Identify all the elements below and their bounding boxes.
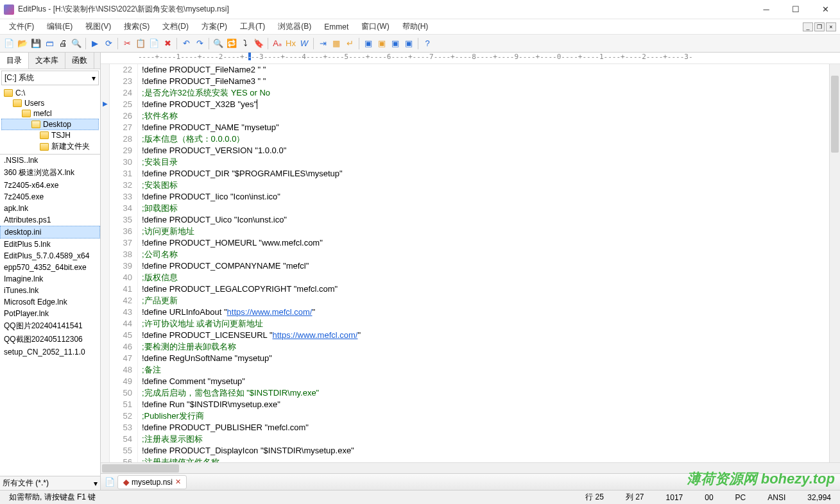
save-icon[interactable]: 💾 [30,37,42,50]
menu-搜索[interactable]: 搜索(S) [119,20,155,33]
code-line[interactable]: !define PRODUCT_HOMEURL "www.mefcl.com" [142,237,829,249]
code-line[interactable]: !define PRODUCT_PUBLISHER "mefcl.com" [142,422,829,433]
menu-帮助[interactable]: 帮助(H) [397,20,434,33]
doc-tab[interactable]: ◆ mysetup.nsi ✕ [117,475,187,489]
minimize-button[interactable]: ─ [751,0,781,19]
code-line[interactable]: ;产品更新 [142,295,829,307]
code-line[interactable]: !define PRODUCT_VERSION "1.0.0.0" [142,145,829,156]
code-line[interactable]: ;安装图标 [142,180,829,191]
scroll-thumb[interactable] [102,464,179,473]
folder-item[interactable]: 新建文件夹 [1,140,99,153]
code-line[interactable]: !define RegUnSoftName "mysetup" [142,353,829,364]
code-line[interactable]: !define PRODUCT_LEGALCOPYRIGHT "mefcl.co… [142,283,829,295]
file-item[interactable]: Attributes.ps1 [0,214,100,226]
code-line[interactable]: ;卸载图标 [142,203,829,214]
delete-icon[interactable]: ✖ [161,37,174,50]
file-list[interactable]: .NSIS..lnk360 极速浏览器X.lnk7z2405-x64.exe7z… [0,155,100,476]
scroll-thumb[interactable] [831,76,839,153]
cut-icon[interactable]: ✂ [121,37,133,50]
highlight-icon[interactable]: Hx [284,37,297,50]
menu-窗口[interactable]: 窗口(W) [356,20,394,33]
menu-工具[interactable]: 工具(T) [235,20,270,33]
drive-select[interactable]: [C:] 系统▾ [1,71,99,85]
code-line[interactable]: ;是否允许32位系统安装 YES or No [142,87,829,99]
find-icon[interactable]: 🔍 [212,37,225,50]
browser-icon[interactable]: ⟳ [102,37,115,50]
goto-icon[interactable]: ⤵ [239,37,252,50]
bookmark-icon[interactable]: 🔖 [252,37,265,50]
panel2-icon[interactable]: ▣ [375,37,388,50]
code-line[interactable]: !define PRODUCT_Iico "Icon\inst.ico" [142,191,829,203]
code-line[interactable]: ;访问更新地址 [142,226,829,237]
code-line[interactable]: !define PRODUCT_FileName3 " " [142,76,829,87]
open-icon[interactable]: 📂 [16,37,29,50]
code-line[interactable]: !define PRODUCT_X32B "yes" [142,99,829,110]
redo-icon[interactable]: ↷ [193,37,206,50]
folder-item[interactable]: Users [1,98,99,108]
maximize-button[interactable]: ☐ [781,0,810,19]
saveall-icon[interactable]: 🗃 [43,37,56,50]
menu-编辑[interactable]: 编辑(E) [42,20,78,33]
folder-item[interactable]: TSJH [1,130,99,140]
file-item[interactable]: setup_CN_2052_11.1.0 [0,346,100,358]
side-tab[interactable]: 文本库 [29,53,65,69]
code-line[interactable]: !define PRODUCT_LICENSEURL "https://www.… [142,330,829,341]
file-item[interactable]: EditPlus 5.lnk [0,239,100,250]
code-line[interactable]: !define PRODUCT_FileName2 " " [142,64,829,76]
folder-item[interactable]: Desktop [1,119,99,130]
file-item[interactable]: 7z2405.exe [0,191,100,203]
file-item[interactable]: Imagine.lnk [0,273,100,285]
code-line[interactable]: !define URLInfoAbout "https://www.mefcl.… [142,307,829,318]
mdi-close[interactable]: × [826,22,836,31]
file-item[interactable]: EditPlus_5.7.0.4589_x64 [0,250,100,262]
file-item[interactable]: 360 极速浏览器X.lnk [0,166,100,180]
code-line[interactable]: !define Run "$INSTDIR\mysetup.exe" [142,399,829,410]
code-editor[interactable]: ▶ 22232425262728293031323334353637383940… [101,64,840,462]
code-line[interactable]: !define PRODUCT_NAME "mysetup" [142,122,829,133]
horizontal-scrollbar[interactable] [101,462,840,473]
panel1-icon[interactable]: ▣ [362,37,375,50]
help-icon[interactable]: ? [421,37,434,50]
code-line[interactable]: ;完成后启动，需包含路径如 "$INSTDIR\my.exe" [142,387,829,399]
paste-icon[interactable]: 📄 [148,37,160,50]
code-line[interactable]: !define Comment "mysetup" [142,376,829,387]
code-line[interactable]: ;要检测的注册表卸载名称 [142,341,829,353]
indent-icon[interactable]: ⇥ [316,37,329,50]
print-icon[interactable]: 🖨 [56,37,69,50]
menu-浏览器[interactable]: 浏览器(B) [273,20,316,33]
file-item[interactable]: PotPlayer.lnk [0,308,100,319]
menu-文档[interactable]: 文档(D) [157,20,194,33]
align-icon[interactable]: ▦ [330,37,343,50]
code-line[interactable]: ;备注 [142,364,829,376]
mdi-minimize[interactable]: _ [803,22,813,31]
undo-icon[interactable]: ↶ [180,37,193,50]
file-item[interactable]: 7z2405-x64.exe [0,180,100,191]
panel3-icon[interactable]: ▣ [389,37,402,50]
wrap-icon[interactable]: ↵ [343,37,356,50]
side-tab[interactable]: 目录 [0,53,29,69]
menu-视图[interactable]: 视图(V) [80,20,116,33]
file-filter[interactable]: 所有文件 (*.*)▾ [0,476,100,490]
file-item[interactable]: iTunes.lnk [0,285,100,296]
font-icon[interactable]: Aₐ [271,37,284,50]
menu-emmet[interactable]: Emmet [319,21,354,33]
code-line[interactable]: !define PRODUCT_Uico "Icon\unst.ico" [142,214,829,226]
code-line[interactable]: ;软件名称 [142,110,829,122]
file-item[interactable]: apk.lnk [0,203,100,214]
url-link[interactable]: https://www.mefcl.com/ [273,330,358,340]
folder-item[interactable]: C:\ [1,88,99,98]
file-item[interactable]: QQ截图202405112306 [0,333,100,346]
code-line[interactable]: ;版权信息 [142,272,829,283]
new-icon[interactable]: 📄 [3,37,15,50]
replace-icon[interactable]: 🔁 [225,37,238,50]
close-tab-icon[interactable]: ✕ [175,478,181,486]
code-line[interactable]: ;公司名称 [142,249,829,260]
code-line[interactable]: ;注册表显示图标 [142,433,829,445]
code-line[interactable]: !define PRODUCT_COMPANYNAME "mefcl" [142,260,829,272]
panel4-icon[interactable]: ▣ [402,37,415,50]
code-line[interactable]: !define PRODUCT_DisplayIcon "$INSTDIR\my… [142,445,829,457]
mdi-restore[interactable]: ❐ [814,22,825,31]
preview-icon[interactable]: 🔍 [70,37,83,50]
folder-tree[interactable]: C:\UsersmefclDesktopTSJH新建文件夹 [0,87,100,155]
side-tab[interactable]: 函数 [65,53,94,69]
